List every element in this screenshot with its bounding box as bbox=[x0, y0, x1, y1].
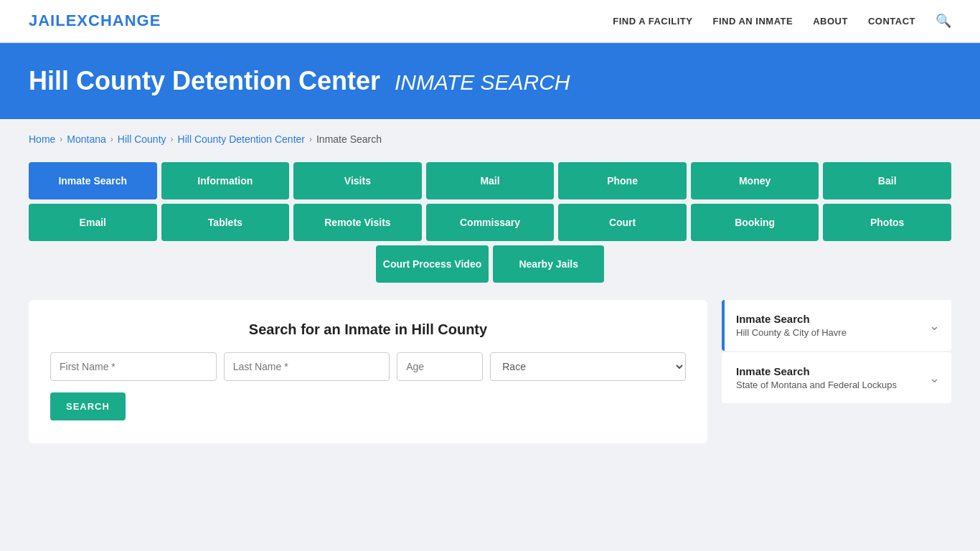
tab-phone[interactable]: Phone bbox=[558, 162, 687, 199]
nav-contact[interactable]: CONTACT bbox=[868, 16, 915, 27]
main-nav: FIND A FACILITY FIND AN INMATE ABOUT CON… bbox=[613, 13, 951, 29]
age-input[interactable] bbox=[397, 352, 483, 381]
chevron-icon-2: ⌄ bbox=[929, 370, 940, 386]
tab-court[interactable]: Court bbox=[558, 204, 687, 241]
breadcrumb: Home › Montana › Hill County › Hill Coun… bbox=[29, 133, 951, 145]
nav-find-facility[interactable]: FIND A FACILITY bbox=[613, 16, 692, 27]
breadcrumb-sep-4: › bbox=[309, 134, 312, 144]
tab-information[interactable]: Information bbox=[161, 162, 290, 199]
logo-part1: JAIL bbox=[29, 11, 66, 29]
first-name-input[interactable] bbox=[50, 352, 217, 381]
sidebar-item-hill-county[interactable]: Inmate Search Hill County & City of Havr… bbox=[722, 300, 951, 351]
tab-mail[interactable]: Mail bbox=[426, 162, 555, 199]
search-button[interactable]: SEARCH bbox=[50, 392, 126, 420]
tabs-row-2: Email Tablets Remote Visits Commissary C… bbox=[29, 204, 951, 241]
hero-title-sub: INMATE SEARCH bbox=[395, 70, 570, 94]
tabs-row-3: Court Process Video Nearby Jails bbox=[29, 245, 951, 283]
tab-bail[interactable]: Bail bbox=[823, 162, 951, 199]
sidebar: Inmate Search Hill County & City of Havr… bbox=[722, 300, 951, 403]
tab-commissary[interactable]: Commissary bbox=[426, 204, 555, 241]
sidebar-item-text-2: Inmate Search State of Montana and Feder… bbox=[736, 365, 897, 390]
sidebar-item-title-2: Inmate Search bbox=[736, 365, 897, 377]
header: JAILEXCHANGE FIND A FACILITY FIND AN INM… bbox=[0, 0, 980, 43]
tab-money[interactable]: Money bbox=[691, 162, 819, 199]
search-panel: Search for an Inmate in Hill County Race… bbox=[29, 300, 707, 443]
main-container: Home › Montana › Hill County › Hill Coun… bbox=[0, 119, 980, 458]
breadcrumb-hill-county[interactable]: Hill County bbox=[118, 133, 166, 145]
search-fields: Race White Black Hispanic Asian Native A… bbox=[50, 352, 686, 381]
content-row: Search for an Inmate in Hill County Race… bbox=[29, 300, 951, 443]
sidebar-item-state-federal[interactable]: Inmate Search State of Montana and Feder… bbox=[722, 352, 951, 403]
tab-court-process-video[interactable]: Court Process Video bbox=[376, 245, 489, 283]
page-title: Hill County Detention Center INMATE SEAR… bbox=[29, 66, 951, 96]
search-heading: Search for an Inmate in Hill County bbox=[50, 321, 686, 338]
breadcrumb-sep-1: › bbox=[60, 134, 62, 144]
nav-find-inmate[interactable]: FIND AN INMATE bbox=[712, 16, 793, 27]
tab-email[interactable]: Email bbox=[29, 204, 157, 241]
hero-banner: Hill County Detention Center INMATE SEAR… bbox=[0, 43, 980, 119]
tab-photos[interactable]: Photos bbox=[823, 204, 951, 241]
breadcrumb-facility[interactable]: Hill County Detention Center bbox=[178, 133, 305, 145]
hero-title-main: Hill County Detention Center bbox=[29, 66, 380, 95]
tab-remote-visits[interactable]: Remote Visits bbox=[293, 204, 422, 241]
logo-part2: EXCHANGE bbox=[66, 11, 161, 29]
sidebar-item-text-1: Inmate Search Hill County & City of Havr… bbox=[736, 313, 847, 338]
tab-inmate-search[interactable]: Inmate Search bbox=[29, 162, 157, 199]
race-select[interactable]: Race White Black Hispanic Asian Native A… bbox=[490, 352, 686, 381]
breadcrumb-sep-3: › bbox=[171, 134, 174, 144]
logo: JAILEXCHANGE bbox=[29, 11, 161, 30]
nav-about[interactable]: ABOUT bbox=[813, 16, 848, 27]
breadcrumb-sep-2: › bbox=[110, 134, 113, 144]
sidebar-item-sub-2: State of Montana and Federal Lockups bbox=[736, 380, 897, 390]
tab-visits[interactable]: Visits bbox=[293, 162, 422, 199]
breadcrumb-montana[interactable]: Montana bbox=[67, 133, 105, 145]
chevron-icon-1: ⌄ bbox=[929, 318, 940, 334]
tabs-row-1: Inmate Search Information Visits Mail Ph… bbox=[29, 162, 951, 199]
search-icon-button[interactable]: 🔍 bbox=[936, 13, 951, 29]
last-name-input[interactable] bbox=[224, 352, 390, 381]
tabs-section: Inmate Search Information Visits Mail Ph… bbox=[29, 162, 951, 283]
sidebar-item-title-1: Inmate Search bbox=[736, 313, 847, 325]
breadcrumb-current: Inmate Search bbox=[316, 133, 382, 145]
tab-nearby-jails[interactable]: Nearby Jails bbox=[493, 245, 604, 283]
tab-tablets[interactable]: Tablets bbox=[161, 204, 290, 241]
breadcrumb-home[interactable]: Home bbox=[29, 133, 55, 145]
tab-booking[interactable]: Booking bbox=[691, 204, 819, 241]
sidebar-item-sub-1: Hill County & City of Havre bbox=[736, 327, 847, 338]
